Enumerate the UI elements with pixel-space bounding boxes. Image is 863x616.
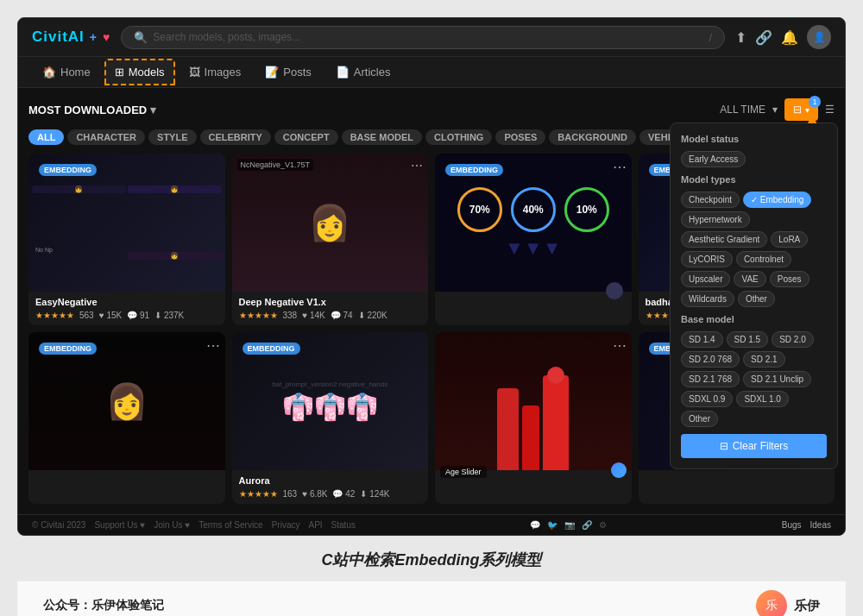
sort-arrow-icon: ▾ [150, 104, 156, 116]
down-arrows: ▼▼▼ [505, 239, 561, 258]
twitter-icon[interactable]: 🐦 [547, 520, 557, 530]
card3-user-icon [606, 282, 623, 299]
checkpoint-btn[interactable]: Checkpoint [681, 192, 740, 208]
card1-stars: ★★★★★ [35, 311, 74, 320]
poses-btn[interactable]: Poses [770, 271, 809, 287]
author-name: 乐伊 [794, 598, 820, 614]
outer-wrapper: CivitAI + ♥ 🔍 Search models, posts, imag… [0, 0, 863, 616]
clear-filters-button[interactable]: ⊟ Clear Filters [681, 434, 827, 458]
card7-ageslider-label: Age Slider [440, 466, 487, 478]
controlnet-btn[interactable]: Controlnet [736, 251, 791, 267]
model-card-1[interactable]: 👧 👧 No Np 👧 EMBEDDING [28, 154, 225, 325]
sd20768-btn[interactable]: SD 2.0 768 [681, 351, 740, 368]
footer-api[interactable]: API [308, 520, 322, 530]
menu-icon[interactable]: ☰ [825, 104, 835, 116]
cat-tab-celebrity[interactable]: CELEBRITY [200, 129, 271, 145]
footer-join[interactable]: Join Us ♥ [154, 520, 190, 530]
model-card-3[interactable]: 70% 40% 10% ▼▼▼ EMBEDDING ⋯ [435, 154, 632, 325]
card2-stars: ★★★★★ [239, 311, 278, 320]
embedding-btn[interactable]: ✓ Embedding [743, 192, 811, 208]
card7-more-icon[interactable]: ⋯ [613, 337, 627, 354]
author-initial: 乐 [765, 598, 778, 613]
sd14-btn[interactable]: SD 1.4 [681, 331, 723, 348]
footer-support[interactable]: Support Us ♥ [94, 520, 145, 530]
wildcards-btn[interactable]: Wildcards [681, 291, 734, 307]
footer-social: 💬 🐦 📷 🔗 ⚙ [530, 520, 607, 530]
logo[interactable]: CivitAI + ♥ [32, 28, 110, 46]
instagram-icon[interactable]: 📷 [564, 520, 575, 530]
lora-btn[interactable]: LoRA [771, 231, 808, 248]
sort-dropdown[interactable]: MOST DOWNLOADED ▾ [28, 104, 156, 116]
card6-likes: ♥ 6.8K [302, 489, 327, 499]
sd21768-btn[interactable]: SD 2.1 768 [681, 371, 740, 387]
vae-btn[interactable]: VAE [734, 271, 765, 287]
card2-more-icon[interactable]: ⋯ [411, 159, 423, 173]
sdxl10-btn[interactable]: SDXL 1.0 [736, 391, 788, 407]
hypernetwork-btn[interactable]: Hypernetwork [681, 211, 750, 228]
cat-tab-clothing[interactable]: CLOTHING [425, 129, 492, 145]
cat-tab-base-model[interactable]: BASE MODEL [342, 129, 422, 145]
author-avatar: 乐 [756, 590, 787, 616]
search-divider: / [709, 31, 712, 44]
filter-funnel-icon-btn: ⊟ [720, 440, 728, 452]
sd20-btn[interactable]: SD 2.0 [772, 331, 814, 348]
card6-comments: 💬 42 [332, 489, 355, 499]
search-bar[interactable]: 🔍 Search models, posts, images... / [121, 26, 725, 49]
github-icon[interactable]: ⚙ [599, 520, 607, 530]
footer-copyright: © Civitai 2023 [32, 520, 85, 530]
author-tag: 乐 乐伊 [756, 590, 820, 616]
footer-privacy[interactable]: Privacy [272, 520, 300, 530]
search-placeholder: Search models, posts, images... [153, 31, 300, 43]
nav-articles[interactable]: 📄 Articles [325, 57, 401, 87]
discord-icon[interactable]: 💬 [530, 520, 540, 530]
nav-images[interactable]: 🖼 Images [179, 57, 252, 87]
arrow-up-annotation: ▲ [804, 110, 820, 128]
sdxl09-btn[interactable]: SDXL 0.9 [681, 391, 733, 407]
card2-comments: 💬 74 [331, 311, 353, 320]
footer-right: Bugs Ideas [782, 520, 831, 530]
model-card-5[interactable]: 👩 EMBEDDING ⋯ [28, 332, 225, 504]
cat-tab-poses[interactable]: POSES [495, 129, 545, 145]
caption-text: C站中检索Embedding系列模型 [322, 551, 542, 569]
other-types-btn[interactable]: Other [738, 291, 775, 307]
upload-icon[interactable]: ⬆ [735, 29, 746, 46]
footer-terms[interactable]: Terms of Service [198, 520, 262, 530]
reddit-icon[interactable]: 🔗 [582, 520, 592, 530]
sd21unclip-btn[interactable]: SD 2.1 Unclip [743, 371, 811, 387]
card1-likes: ♥ 15K [99, 311, 123, 320]
card5-more-icon[interactable]: ⋯ [206, 337, 220, 354]
nav-posts[interactable]: 📝 Posts [255, 57, 322, 87]
cat-tab-background[interactable]: BACKGROUND [549, 129, 636, 145]
cat-tab-concept[interactable]: CONCEPT [274, 129, 338, 145]
logo-text: CivitAI [32, 28, 85, 46]
model-card-7[interactable]: ⋯ Age Slider [435, 332, 632, 504]
card3-more-icon[interactable]: ⋯ [613, 159, 627, 175]
cat-tab-character[interactable]: CHARACTER [67, 129, 145, 145]
time-label[interactable]: ALL TIME [720, 104, 765, 116]
footer-bugs[interactable]: Bugs [782, 520, 802, 530]
cat-tab-style[interactable]: STYLE [148, 129, 196, 145]
lycoris-btn[interactable]: LyCORIS [681, 251, 733, 267]
card6-downloads: ⬇ 124K [360, 489, 389, 499]
model-card-6[interactable]: bat_prompt_version2 negative_hands 👘👘👘 E… [232, 332, 429, 504]
other-base-btn[interactable]: Other [681, 411, 718, 427]
model-types-row: Checkpoint ✓ Embedding Hypernetwork Aest… [681, 192, 827, 307]
nav-models[interactable]: ⊞ Models [104, 59, 175, 85]
footer-status[interactable]: Status [331, 520, 356, 530]
card6-stats: ★★★★★ 163 ♥ 6.8K 💬 42 ⬇ 124K [239, 489, 422, 499]
bell-icon[interactable]: 🔔 [781, 29, 798, 46]
avatar[interactable]: 👤 [807, 25, 831, 49]
nav-home[interactable]: 🏠 Home [32, 57, 101, 87]
sd15-btn[interactable]: SD 1.5 [727, 331, 769, 348]
early-access-btn[interactable]: Early Access [681, 151, 746, 167]
sd21-btn[interactable]: SD 2.1 [743, 351, 785, 368]
share-icon[interactable]: 🔗 [755, 29, 772, 46]
aesthetic-gradient-btn[interactable]: Aesthetic Gradient [681, 231, 767, 248]
model-card-2[interactable]: 👩 ⋯ NcNegative_V1.75T Deep Negative V1.x… [232, 154, 429, 325]
card6-info: Aurora ★★★★★ 163 ♥ 6.8K 💬 42 ⬇ 124K [232, 470, 429, 504]
filter-panel: Model status Early Access Model types Ch… [670, 123, 838, 469]
upscaler-btn[interactable]: Upscaler [681, 271, 730, 287]
cat-tab-all[interactable]: ALL [28, 129, 64, 145]
model-status-label: Model status [681, 134, 827, 144]
footer-ideas[interactable]: Ideas [810, 520, 831, 530]
